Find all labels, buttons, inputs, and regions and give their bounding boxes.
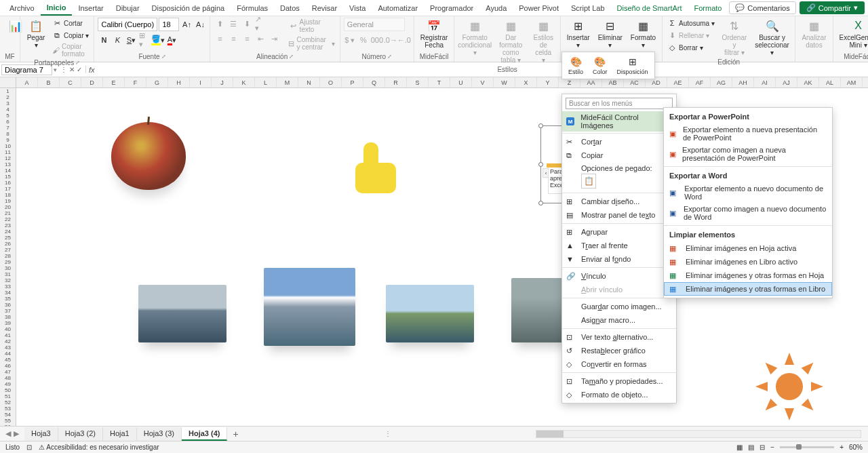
font-size-input[interactable] [159, 18, 179, 31]
sheet-nav-next[interactable]: ▶ [14, 429, 19, 438]
paste-button[interactable]: 📋Pegar ▾ [24, 18, 48, 50]
decrease-indent-button[interactable]: ⇤ [254, 33, 267, 45]
row-header[interactable]: 5 [0, 113, 16, 119]
selection-handle[interactable] [538, 201, 543, 205]
selection-handle[interactable] [538, 162, 543, 167]
column-header[interactable]: L [255, 77, 277, 87]
accessibility-status[interactable]: ⚠ Accesibilidad: es necesario investigar [39, 444, 159, 451]
ctx-midefacil-images[interactable]: MMideFácil Control Imágenes▸ [562, 111, 676, 132]
macro-record-icon[interactable]: ⊡ [26, 444, 32, 451]
row-header[interactable]: 4 [0, 106, 16, 113]
zoom-in-button[interactable]: + [840, 444, 844, 451]
column-header[interactable]: W [494, 77, 515, 87]
row-header[interactable]: 47 [0, 369, 16, 375]
tab-formato[interactable]: Formato [688, 1, 728, 15]
row-header[interactable]: 14 [0, 168, 16, 174]
row-header[interactable]: 9 [0, 137, 16, 143]
column-header[interactable]: S [407, 77, 429, 87]
row-header[interactable]: 32 [0, 277, 16, 283]
thumbs-up-image[interactable] [349, 142, 403, 193]
tab-powerpivot[interactable]: Power Pivot [513, 1, 565, 15]
decrease-decimal-button[interactable]: ←.0 [398, 34, 410, 46]
column-header[interactable]: H [168, 77, 190, 87]
sheet-tab[interactable]: Hoja3 [24, 427, 58, 441]
decrease-font-button[interactable]: A↓ [194, 18, 206, 31]
registrar-fecha-button[interactable]: 📅RegistrarFecha [418, 18, 451, 50]
view-normal-button[interactable]: ▦ [736, 444, 743, 451]
zoom-level[interactable]: 60% [849, 444, 863, 451]
sheet-tab-active[interactable]: Hoja3 (4) [182, 427, 227, 441]
column-header[interactable]: V [472, 77, 494, 87]
row-header[interactable]: 13 [0, 161, 16, 168]
sub-export-element-ppt[interactable]: ▣Exportar elemento a nueva presentación … [664, 123, 832, 144]
select-all-button[interactable] [0, 77, 16, 87]
ctx-alt-text[interactable]: ⊡Ver texto alternativo... [562, 330, 676, 344]
column-header[interactable]: T [429, 77, 450, 87]
add-sheet-button[interactable]: + [227, 427, 243, 441]
percent-button[interactable]: % [357, 34, 370, 46]
row-header[interactable]: 19 [0, 198, 16, 204]
column-header[interactable]: AL [819, 77, 841, 87]
zoom-slider[interactable] [780, 446, 834, 448]
increase-decimal-button[interactable]: .0→ [384, 34, 397, 46]
column-header[interactable]: D [81, 77, 103, 87]
column-header[interactable]: AG [711, 77, 732, 87]
row-header[interactable]: 44 [0, 351, 16, 357]
row-header[interactable]: 30 [0, 265, 16, 271]
delete-cells-button[interactable]: ⊟Eliminar▾ [595, 18, 625, 50]
ctx-format-object[interactable]: ◇Formato de objeto... [562, 388, 676, 401]
align-left-button[interactable]: ≡ [214, 33, 226, 45]
mini-style-button[interactable]: 🎨Estilo [564, 54, 587, 77]
clipboard-expand-icon[interactable]: ⤢ [75, 60, 80, 66]
currency-button[interactable]: $ ▾ [344, 34, 356, 46]
mini-layout-button[interactable]: ⊞Disposición [613, 54, 652, 77]
tab-programador[interactable]: Programador [424, 1, 479, 15]
row-header[interactable]: 55 [0, 418, 16, 424]
cut-button[interactable]: ✂Cortar [51, 18, 90, 28]
column-header[interactable]: X [515, 77, 537, 87]
increase-font-button[interactable]: A↑ [180, 18, 193, 31]
orientation-button[interactable]: ↗ ▾ [254, 18, 267, 30]
mini-color-button[interactable]: 🎨Color [589, 54, 612, 77]
tab-formulas[interactable]: Fórmulas [231, 1, 274, 15]
autosum-button[interactable]: ΣAutosuma ▾ [666, 18, 716, 28]
row-header[interactable]: 18 [0, 192, 16, 198]
column-header[interactable]: M [277, 77, 298, 87]
fill-button[interactable]: ⬇Rellenar ▾ [666, 30, 716, 41]
row-header[interactable]: 7 [0, 125, 16, 131]
column-header[interactable]: AI [754, 77, 776, 87]
row-header[interactable]: 31 [0, 271, 16, 277]
row-header[interactable]: 27 [0, 247, 16, 253]
column-header[interactable]: O [320, 77, 342, 87]
landscape-image-2[interactable] [264, 268, 355, 346]
column-header[interactable]: A [16, 77, 38, 87]
row-header[interactable]: 36 [0, 302, 16, 308]
tab-archivo[interactable]: Archivo [3, 1, 41, 15]
row-header[interactable]: 10 [0, 143, 16, 149]
find-select-button[interactable]: 🔍Buscar yseleccionar ▾ [753, 18, 792, 58]
row-header[interactable]: 50 [0, 387, 16, 393]
cell-styles-button[interactable]: ▦Estilos decelda ▾ [530, 18, 557, 65]
row-header[interactable]: 46 [0, 363, 16, 369]
format-table-button[interactable]: ▦Dar formatocomo tabla ▾ [494, 18, 528, 65]
ctx-reset-chart[interactable]: ↺Restablecer gráfico [562, 344, 676, 357]
row-header[interactable]: 35 [0, 296, 16, 302]
row-header[interactable]: 34 [0, 290, 16, 296]
column-header[interactable]: AH [732, 77, 754, 87]
row-header[interactable]: 21 [0, 210, 16, 216]
sheet-tab[interactable]: Hoja3 (2) [58, 427, 103, 441]
number-expand-icon[interactable]: ⤢ [387, 54, 392, 60]
column-header[interactable]: J [212, 77, 233, 87]
merge-button[interactable]: ⊟Combinar y centrar ▾ [287, 35, 336, 52]
increase-indent-button[interactable]: ⇥ [268, 33, 280, 45]
ctx-show-text-panel[interactable]: ▤Mostrar panel de texto [562, 208, 676, 222]
column-header[interactable]: Y [537, 77, 559, 87]
tab-scriptlab[interactable]: Script Lab [565, 1, 611, 15]
column-header[interactable]: P [342, 77, 363, 87]
ctx-send-back[interactable]: ▼Enviar al fondo▸ [562, 252, 676, 266]
align-top-button[interactable]: ⬆ [214, 18, 226, 30]
column-header[interactable]: E [103, 77, 125, 87]
row-header[interactable]: 37 [0, 308, 16, 314]
column-header[interactable]: F [125, 77, 146, 87]
ctx-cut[interactable]: ✂Cortar [562, 135, 676, 149]
